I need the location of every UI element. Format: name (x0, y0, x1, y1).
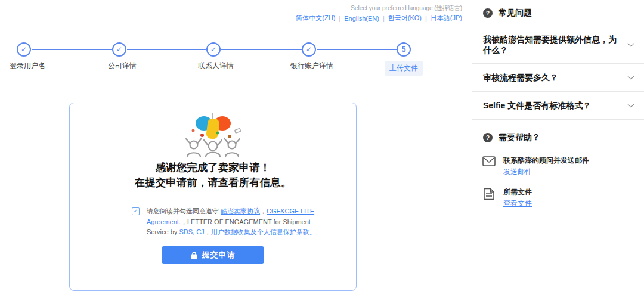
step-2-label[interactable]: 公司详情 (108, 61, 137, 71)
required-documents-label: 所需文件 (503, 187, 532, 197)
stepper-connector (221, 49, 302, 50)
separator: | (383, 15, 385, 22)
header-divider (0, 86, 472, 86)
faq-item-selfie-format[interactable]: Selfie 文件是否有标准格式？ (472, 92, 644, 119)
lock-icon (191, 252, 197, 259)
step-5-circle[interactable]: 5 (397, 42, 411, 57)
submit-button-label: 提交申请 (202, 250, 236, 260)
language-link-en[interactable]: English(EN) (344, 15, 379, 22)
agreement-prefix: 请您阅读并勾选同意遵守 (147, 207, 221, 215)
check-icon: ✓ (21, 45, 27, 54)
step-1-circle[interactable]: ✓ (17, 42, 31, 57)
agreement-row: ✓ 请您阅读并勾选同意遵守 酷澎卖家协议，CGF&CGF LITE Agreem… (132, 206, 321, 238)
submit-application-button[interactable]: 提交申请 (162, 246, 264, 264)
contact-consultant-row: 联系酷澎的顾问并发送邮件 发送邮件 (472, 150, 644, 182)
progress-stepper: ✓ ✓ ✓ ✓ 5 登录用户名 公司详情 联系人详情 银行账户详情 上传文件 (0, 42, 472, 83)
document-icon (482, 188, 496, 200)
mail-icon (482, 156, 496, 166)
check-icon: ✓ (210, 45, 216, 54)
faq-section-header: ? 常见问题 (472, 0, 644, 26)
application-complete-card: 感谢您完成了卖家申请！ 在提交申请前，请查看所有信息。 ✓ 请您阅读并勾选同意遵… (69, 103, 357, 291)
cj-link[interactable]: CJ (196, 228, 204, 235)
required-documents-row: 所需文件 查看文件 (472, 182, 644, 213)
agreement-separator: ， (260, 207, 267, 215)
check-icon: ✓ (134, 208, 138, 214)
stepper-connector (32, 49, 112, 50)
check-icon: ✓ (306, 45, 312, 54)
title-line-1: 感谢您完成了卖家申请！ (70, 160, 356, 175)
step-4-circle[interactable]: ✓ (302, 42, 316, 57)
question-circle-icon: ? (483, 133, 493, 142)
separator: | (339, 15, 340, 22)
separator: | (425, 15, 427, 22)
need-help-title: 需要帮助？ (499, 132, 540, 143)
faq-item-review-time[interactable]: 审核流程需要多久？ (472, 64, 644, 91)
language-link-ko[interactable]: 한국어(KO) (388, 14, 422, 23)
seller-agreement-link[interactable]: 酷澎卖家协议 (221, 207, 260, 215)
faq-question: Selfie 文件是否有标准格式？ (483, 100, 596, 111)
chevron-down-icon (627, 73, 634, 80)
chevron-down-icon (627, 40, 634, 46)
question-circle-icon: ? (483, 8, 493, 18)
step-5-label[interactable]: 上传文件 (385, 61, 423, 76)
faq-section-title: 常见问题 (499, 8, 532, 18)
privacy-terms-link[interactable]: 用户数据收集及个人信息保护条款。 (211, 228, 316, 235)
chevron-down-icon (627, 101, 634, 108)
step-3-circle[interactable]: ✓ (206, 42, 221, 57)
help-sidebar: ? 常见问题 我被酷澎告知需要提供额外信息，为什么？ 审核流程需要多久？ Sel… (472, 0, 644, 298)
language-switcher: 简体中文(ZH) | English(EN) | 한국어(KO) | 日本語(J… (296, 14, 462, 23)
faq-question: 我被酷澎告知需要提供额外信息，为什么？ (483, 34, 627, 55)
check-icon: ✓ (116, 45, 122, 54)
contact-consultant-label: 联系酷澎的顾问并发送邮件 (503, 156, 589, 166)
thank-you-title: 感谢您完成了卖家申请！ 在提交申请前，请查看所有信息。 (70, 160, 356, 191)
step-1-label[interactable]: 登录用户名 (10, 61, 45, 71)
faq-question: 审核流程需要多久？ (483, 72, 563, 83)
language-select-note: Select your preferred language (选择语言) (351, 4, 462, 13)
faq-item-extra-info[interactable]: 我被酷澎告知需要提供额外信息，为什么？ (472, 26, 644, 63)
send-email-link[interactable]: 发送邮件 (503, 167, 532, 177)
stepper-connector (127, 49, 206, 50)
step-3-label[interactable]: 联系人详情 (198, 61, 234, 71)
view-documents-link[interactable]: 查看文件 (503, 198, 532, 209)
step-4-label[interactable]: 银行账户详情 (290, 61, 333, 71)
title-line-2: 在提交申请前，请查看所有信息。 (70, 175, 356, 190)
stepper-connector (317, 49, 397, 50)
main-area: Select your preferred language (选择语言) 简体… (0, 0, 472, 298)
sds-link[interactable]: SDS, (179, 228, 194, 235)
need-help-section-header: ? 需要帮助？ (472, 125, 644, 150)
agreement-checkbox[interactable]: ✓ (132, 207, 140, 215)
step-2-circle[interactable]: ✓ (112, 42, 126, 57)
agreement-text: 请您阅读并勾选同意遵守 酷澎卖家协议，CGF&CGF LITE Agreemen… (147, 206, 321, 238)
step-number: 5 (402, 45, 406, 54)
agreement-separator: ， (205, 228, 211, 235)
celebration-illustration (70, 111, 356, 157)
language-link-zh[interactable]: 简体中文(ZH) (296, 14, 335, 23)
seller-application-page: Select your preferred language (选择语言) 简体… (0, 0, 644, 298)
language-link-jp[interactable]: 日本語(JP) (431, 14, 462, 23)
